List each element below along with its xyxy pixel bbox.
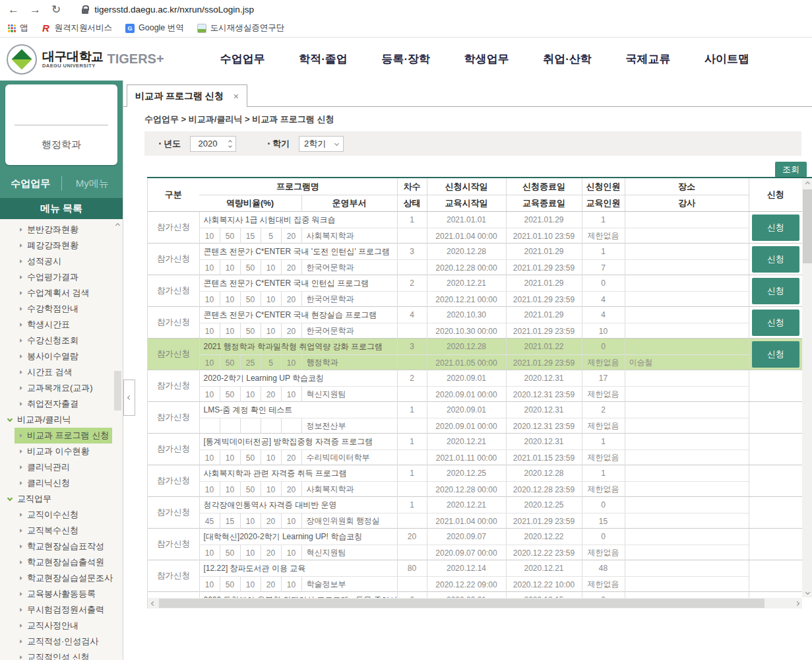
bookmark-item[interactable]: GGoogle 번역 [125,22,184,34]
sidebar-menu-item[interactable]: 봉사이수열람 [0,348,123,364]
search-button[interactable]: 조회 [775,162,807,178]
sidebar-scrollbar[interactable] [113,219,122,660]
apply-start-cell: 2020.09.01 [427,592,506,598]
table-row[interactable]: 참가신청청각장애인통역사 자격증 대비반 운영12020.12.212020.1… [148,497,802,529]
category-cell: 참가신청 [148,244,199,275]
table-row[interactable]: 참가신청사회복지사 1급 시험대비 집중 워크숍12021.01.012021.… [148,212,802,244]
bookmark-item[interactable]: 도시재생실증연구단 [197,22,285,34]
sidebar-menu-item[interactable]: 교직이수신청 [0,507,123,523]
nav-item[interactable]: 사이트맵 [704,51,749,67]
nav-item[interactable]: 등록·장학 [381,51,430,67]
scrollbar-thumb[interactable] [114,371,121,411]
sidebar-group[interactable]: 비교과/클리닉 [0,412,123,428]
nav-item[interactable]: 취업·산학 [543,51,592,67]
sidebar-menu-item[interactable]: 교직적성·인성검사 [0,634,123,649]
sidebar-menu-item[interactable]: 학생시간표 [0,317,123,333]
table-row[interactable]: 참가신청LMS-줌 계정 확인 테스트12020.09.012020.12.31… [148,402,802,434]
spin-down-icon[interactable] [228,144,232,148]
arrow-right-icon [20,275,22,279]
table-row[interactable]: 참가신청사회복지학과 관련 자격증 취득 프로그램12020.12.252020… [148,465,802,497]
tab-my-menu[interactable]: My메뉴 [62,178,123,190]
table-row[interactable]: 참가신청2020-2학기 Learning UP 학습코칭22020.09.01… [148,370,802,402]
apply-button[interactable]: 신청 [752,278,799,304]
spin-up-icon[interactable] [228,140,232,144]
sidebar-menu-item[interactable]: 시간표 검색 [0,364,123,380]
sidebar-menu-item[interactable]: 취업전자출결 [0,396,123,412]
table-body: 참가신청사회복지사 1급 시험대비 집중 워크숍12021.01.012021.… [148,212,802,598]
sidebar-menu-item[interactable]: 교직적인성 신청 [0,649,123,660]
sidebar-menu-item[interactable]: 교육봉사활동등록 [0,586,123,602]
table-row[interactable]: 참가신청콘텐츠 전문가 C*ENTER 국내 인턴십 프로그램22020.12.… [148,275,802,307]
table-row[interactable]: 참가신청[12.22] 창파도서관 이용 교육802020.12.142020.… [148,560,802,592]
year-stepper[interactable]: 2020 [190,136,236,152]
table-row[interactable]: 2020 특화분야 융복합 인재양성 프로그램 - 동물 좋아서62020.09… [148,592,802,598]
ratio-cell: 5 [261,228,282,244]
sidebar-menu-item[interactable]: 수강신청조회 [0,333,123,348]
table-row[interactable]: 참가신청콘텐츠 전문가 C*ENTER 국내 '도전 인턴십' 프로그램3202… [148,244,802,275]
table-row[interactable]: 참가신청2021 행정학과 학과밀착형 취업역량 강화 프로그램32020.12… [148,339,802,370]
nav-item[interactable]: 국제교류 [625,51,670,67]
scroll-right-icon[interactable] [792,598,802,609]
reload-icon[interactable]: ↻ [51,4,61,15]
back-icon[interactable]: ← [8,4,19,15]
sidebar-menu-item[interactable]: 클리닉신청 [0,475,123,491]
sidebar-menu-item[interactable]: 학교현장실습표작성 [0,539,123,554]
apply-button[interactable]: 신청 [752,341,799,368]
sidebar-item-label: 교직복수신청 [27,525,78,537]
sidebar-menu-item[interactable]: 무시험검정원서출력 [0,602,123,618]
arrow-right-icon [20,544,22,548]
table-row[interactable]: 참가신청[대학혁신]2020-2학기 Learning UP! 학습코칭2020… [148,529,802,560]
university-logo-icon[interactable] [7,44,37,75]
sidebar-collapse-handle[interactable] [123,380,135,416]
vertical-scrollbar[interactable] [802,178,812,597]
forward-icon[interactable]: → [30,4,41,15]
scrollbar-thumb[interactable] [159,599,765,608]
sidebar-menu-item[interactable]: 교과목개요(교과) [0,380,123,396]
url-bar[interactable]: tigersstd.daegu.ac.kr/nxrun/ssoLogin.jsp [82,2,812,18]
bookmark-item[interactable]: 앱 [8,22,28,34]
apply-button[interactable]: 신청 [752,310,799,336]
bookmark-item[interactable]: R원격지원서비스 [42,22,113,34]
close-icon[interactable]: × [234,91,239,102]
sidebar-menu-item[interactable]: 비교과 이수현황 [0,444,123,459]
nav-item[interactable]: 학적·졸업 [299,51,348,67]
scroll-up-icon[interactable] [113,220,122,230]
sidebar-menu-item[interactable]: 성적공시 [0,253,123,269]
filter-bar: 년도 2020 학기 2학기 [144,131,801,156]
order-cell: 80 [397,560,427,576]
sidebar-menu-item[interactable]: 분반강좌현황 [0,222,123,238]
table-row[interactable]: 참가신청[통계빅데이터전공] 방학집중형 자격증 프로그램12020.12.21… [148,434,802,465]
arrow-right-icon [20,449,22,453]
sidebar-menu-item[interactable]: 학교현장실습출석원 [0,554,123,570]
apply-button[interactable]: 신청 [752,246,799,273]
row-stack: 2020-2학기 Learning UP 학습코칭22020.09.012020… [199,370,749,401]
tab-class-work[interactable]: 수업업무 [0,178,61,190]
scroll-up-icon[interactable] [802,178,812,189]
semester-select[interactable]: 2학기 [299,136,344,152]
scroll-down-icon[interactable] [802,587,812,597]
sidebar-group[interactable]: 교직업무 [0,491,123,507]
scrollbar-thumb[interactable] [803,189,812,263]
sidebar-menu-item[interactable]: 클리닉관리 [0,459,123,475]
sidebar-menu-item[interactable]: 수업계획서 검색 [0,285,123,301]
tab-program-apply[interactable]: 비교과 프로그램 신청 × [127,84,247,107]
horizontal-scrollbar[interactable] [148,598,802,609]
sidebar-menu-item[interactable]: 학교현장실습설문조사 [0,570,123,586]
year-label: 년도 [159,138,181,150]
sidebar-menu-item[interactable]: 수강학점안내 [0,301,123,317]
table-row[interactable]: 참가신청콘텐츠 전문가 C*ENTER 국내 현장실습 프로그램42020.10… [148,307,802,339]
scroll-left-icon[interactable] [148,598,158,609]
ratio-cell: 50 [220,355,241,370]
nav-item[interactable]: 수업업무 [220,51,265,67]
sidebar-menu-item[interactable]: 교직사정안내 [0,618,123,634]
sidebar-menu-item[interactable]: 수업평가결과 [0,269,123,285]
arrow-right-icon [20,244,22,248]
sidebar-menu-item[interactable]: 폐강강좌현황 [0,238,123,253]
sidebar-menu-item[interactable]: 교직복수신청 [0,523,123,539]
ratio-cells: 1010501020 [199,482,301,497]
chevron-down-icon [7,495,13,500]
nav-item[interactable]: 학생업무 [464,51,509,67]
apply-button[interactable]: 신청 [752,214,799,241]
sidebar-menu-item[interactable]: 비교과 프로그램 신청 [15,428,112,444]
place-cell [625,244,749,259]
